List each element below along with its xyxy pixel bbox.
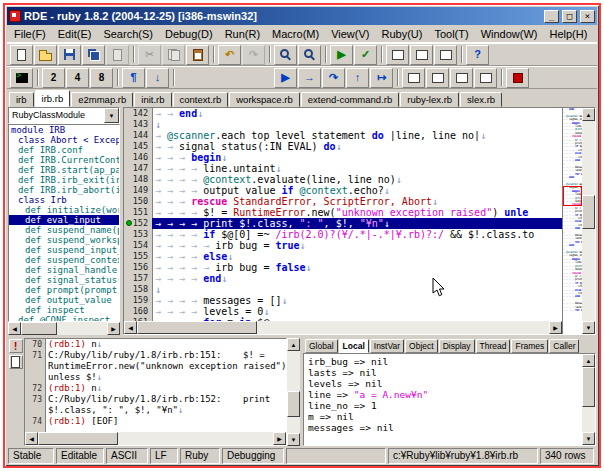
tab-e2mmap-rb[interactable]: e2mmap.rb <box>71 92 133 107</box>
tab-width-2-button[interactable]: 2 <box>42 68 65 88</box>
editor-line[interactable]: 147→ → → → line.untaint↓ <box>124 163 562 174</box>
step-into-button[interactable]: → <box>298 68 321 88</box>
editor-line[interactable]: 148→ → → → @context.evaluate(line, line_… <box>124 174 562 185</box>
editor-line[interactable]: 150→ → → rescue StandardError, ScriptErr… <box>124 196 562 207</box>
variable-row[interactable]: m => nil <box>308 411 582 422</box>
scroll-right-button[interactable] <box>549 321 562 334</box>
editor-line[interactable]: 144→ @scanner.each_top_level_statement d… <box>124 130 562 141</box>
console-output[interactable]: 70(rdb:1) n↓71C:/Ruby/lib/ruby/1.8/irb.r… <box>25 339 286 432</box>
class-tree-item[interactable]: def IRB.start(ap_pat <box>9 165 119 175</box>
class-tree-item[interactable]: def IRB.conf <box>9 145 119 155</box>
debug-continue-button[interactable]: ▶ <box>274 68 297 88</box>
scroll-track[interactable] <box>137 321 549 334</box>
scroll-track[interactable] <box>582 367 595 432</box>
toggle-output-pane-button[interactable] <box>410 45 433 65</box>
variable-row[interactable]: lasts => nil <box>308 367 582 378</box>
scroll-right-button[interactable] <box>273 432 286 445</box>
class-tree-item[interactable]: class Irb <box>9 195 119 205</box>
class-tree-item[interactable]: def suspend_contex <box>9 255 119 265</box>
class-tree-item[interactable]: def suspend_name(p <box>9 225 119 235</box>
class-tree-item[interactable]: def IRB.irb_exit(irb <box>9 175 119 185</box>
menu-help-h[interactable]: Help(H) <box>543 26 593 42</box>
editor-hscrollbar[interactable] <box>124 321 562 334</box>
show-eol-button[interactable]: ↓ <box>146 68 169 88</box>
tab-width-4-button[interactable]: 4 <box>66 68 89 88</box>
class-tree-item[interactable]: def @CONF.inspect <box>9 315 119 322</box>
variable-list[interactable]: irb_bug => nillasts => nillevels => nill… <box>304 354 582 445</box>
irb-console-button[interactable] <box>10 68 33 88</box>
scroll-left-button[interactable] <box>124 321 137 334</box>
scroll-track[interactable] <box>21 322 107 335</box>
tab-context-rb[interactable]: context.rb <box>173 92 229 107</box>
class-tree-item[interactable]: def suspend_input_ <box>9 245 119 255</box>
variable-row[interactable]: levels => nil <box>308 378 582 389</box>
scroll-track[interactable] <box>582 121 595 321</box>
find-button[interactable] <box>274 45 297 65</box>
class-tree-item[interactable]: def signal_status( <box>9 275 119 285</box>
scroll-down-button[interactable] <box>582 432 595 445</box>
editor-line[interactable]: 154→ → → → → irb_bug = true↓ <box>124 240 562 251</box>
syntax-check-button[interactable]: ✓ <box>354 45 377 65</box>
menu-view-v[interactable]: View(V) <box>325 26 375 42</box>
watch-tab-global[interactable]: Global <box>305 339 338 353</box>
scroll-right-button[interactable] <box>107 322 120 335</box>
editor-line[interactable]: 142→ → end↓ <box>124 108 562 119</box>
editor-line[interactable]: 149→ → → → output_value if @context.echo… <box>124 185 562 196</box>
close-button[interactable]: × <box>580 10 595 23</box>
watch-tab-thread[interactable]: Thread <box>476 339 511 353</box>
run-to-cursor-button[interactable]: ↦ <box>370 68 393 88</box>
new-file-button[interactable] <box>10 45 33 65</box>
menu-ruby-u[interactable]: Ruby(U) <box>375 26 428 42</box>
undo-button[interactable]: ↶ <box>218 45 241 65</box>
class-tree-item[interactable]: def eval_input <box>9 215 119 225</box>
editor-line[interactable]: 156→ → → → → irb_bug = false↓ <box>124 262 562 273</box>
menu-debug-d[interactable]: Debug(D) <box>159 26 219 42</box>
menu-file-f[interactable]: File(F) <box>8 26 52 42</box>
code-editor[interactable]: 142→ → end↓143↓144→ @scanner.each_top_le… <box>124 108 562 321</box>
scroll-up-button[interactable] <box>582 354 595 367</box>
toggle-frames-window-button[interactable] <box>450 68 473 88</box>
variable-row[interactable]: line_no => 1 <box>308 400 582 411</box>
menu-edit-e[interactable]: Edit(E) <box>52 26 98 42</box>
tab-irb[interactable]: irb <box>9 92 34 107</box>
save-button[interactable] <box>58 45 81 65</box>
toggle-minimap-button[interactable] <box>474 68 497 88</box>
scroll-thumb[interactable] <box>137 321 257 334</box>
stop-debug-button[interactable] <box>506 68 529 88</box>
chevron-down-icon[interactable] <box>104 108 119 123</box>
class-tree-item[interactable]: def IRB.CurrentConte <box>9 155 119 165</box>
scroll-down-button[interactable] <box>287 433 300 446</box>
scroll-up-button[interactable] <box>582 108 595 121</box>
minimize-button[interactable]: _ <box>544 10 559 23</box>
console-hscrollbar[interactable] <box>25 432 286 445</box>
scroll-down-button[interactable] <box>582 321 595 334</box>
class-tree-item[interactable]: def prompt(prompt, <box>9 285 119 295</box>
scroll-track[interactable] <box>38 432 273 445</box>
scroll-thumb[interactable] <box>287 391 300 417</box>
word-wrap-button[interactable]: ¶ <box>122 68 145 88</box>
tab-slex-rb[interactable]: slex.rb <box>460 92 502 107</box>
scroll-left-button[interactable] <box>25 432 38 445</box>
tab-width-8-button[interactable]: 8 <box>90 68 113 88</box>
tab-init-rb[interactable]: init.rb <box>134 92 171 107</box>
class-tree-item[interactable]: def suspend_worksp <box>9 235 119 245</box>
class-tree-item[interactable]: module IRB <box>9 125 119 135</box>
interrupt-debug-button[interactable]: ! <box>9 339 23 353</box>
variable-row[interactable]: line => "a = A.new¥n" <box>308 389 582 400</box>
editor-line[interactable]: 160→ → → → levels = 0↓ <box>124 306 562 317</box>
editor-line[interactable]: 145→ → signal_status(:IN_EVAL) do↓ <box>124 141 562 152</box>
toggle-watch-window-button[interactable] <box>426 68 449 88</box>
class-tree-item[interactable]: def inspect <box>9 305 119 315</box>
toggle-watch-pane-button[interactable] <box>434 45 457 65</box>
title-bar[interactable]: RDE - ruby 1.8.2 (2004-12-25) [i386-mswi… <box>7 7 597 25</box>
step-out-button[interactable]: ↑ <box>346 68 369 88</box>
scroll-thumb[interactable] <box>582 195 595 229</box>
run-script-button[interactable]: ▶ <box>330 45 353 65</box>
editor-line[interactable]: 151→ → → → $! = RuntimeError.new("unknow… <box>124 207 562 218</box>
editor-line[interactable]: 158↓ <box>124 284 562 295</box>
editor-line[interactable]: 153→ → → → if $@[0] =~ /irb(2.0)?(¥/.*|-… <box>124 229 562 240</box>
watch-tab-caller[interactable]: Caller <box>549 339 579 353</box>
save-all-button[interactable] <box>82 45 105 65</box>
tab-workspace-rb[interactable]: workspace.rb <box>229 92 300 107</box>
editor-line[interactable]: 159→ → → → messages = []↓ <box>124 295 562 306</box>
